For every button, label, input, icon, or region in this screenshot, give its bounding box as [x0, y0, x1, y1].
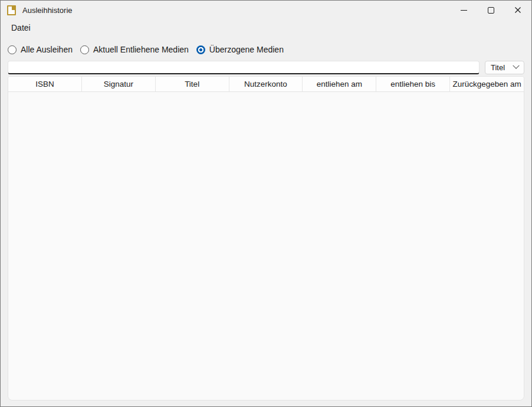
search-input[interactable]: [8, 61, 480, 74]
radio-icon: [80, 45, 89, 54]
app-window: Ausleihhistorie Datei Alle Ausleihen: [0, 0, 532, 407]
caption-buttons: [450, 1, 531, 19]
column-header-signatur[interactable]: Signatur: [82, 77, 156, 91]
radio-label: Alle Ausleihen: [21, 45, 73, 54]
search-row: Titel: [1, 61, 531, 74]
maximize-button[interactable]: [477, 1, 504, 19]
radio-ueberzogene-medien[interactable]: Überzogene Medien: [196, 45, 284, 54]
table-header-row: ISBN Signatur Titel Nutzerkonto entliehe…: [8, 77, 524, 92]
window-title: Ausleihhistorie: [22, 6, 73, 15]
radio-alle-ausleihen[interactable]: Alle Ausleihen: [8, 45, 73, 54]
chevron-down-icon: [513, 62, 519, 68]
column-header-isbn[interactable]: ISBN: [8, 77, 82, 91]
menu-item-datei[interactable]: Datei: [6, 22, 35, 34]
minimize-button[interactable]: [450, 1, 477, 19]
minimize-icon: [461, 10, 467, 11]
column-header-zurueckgegeben-am[interactable]: Zurückgegeben am: [450, 77, 524, 91]
column-header-entliehen-am[interactable]: entliehen am: [303, 77, 376, 91]
search-field-dropdown[interactable]: Titel: [485, 61, 524, 74]
column-header-titel[interactable]: Titel: [156, 77, 229, 91]
titlebar: Ausleihhistorie: [1, 1, 531, 19]
radio-label: Aktuell Entliehene Medien: [93, 45, 189, 54]
column-header-entliehen-bis[interactable]: entliehen bis: [376, 77, 450, 91]
radio-selected-icon: [196, 45, 205, 54]
maximize-icon: [488, 7, 494, 14]
menu-bar: Datei: [1, 21, 531, 35]
radio-label: Überzogene Medien: [209, 45, 284, 54]
radio-aktuell-entliehene-medien[interactable]: Aktuell Entliehene Medien: [80, 45, 189, 54]
table-body-empty: [8, 92, 524, 400]
column-header-nutzerkonto[interactable]: Nutzerkonto: [229, 77, 303, 91]
radio-icon: [8, 45, 17, 54]
close-icon: [514, 6, 521, 14]
loan-history-table: ISBN Signatur Titel Nutzerkonto entliehe…: [8, 76, 524, 401]
book-icon: [7, 5, 16, 15]
filter-row: Alle Ausleihen Aktuell Entliehene Medien…: [1, 35, 531, 60]
close-button[interactable]: [504, 1, 531, 19]
dropdown-selected-value: Titel: [491, 63, 505, 72]
